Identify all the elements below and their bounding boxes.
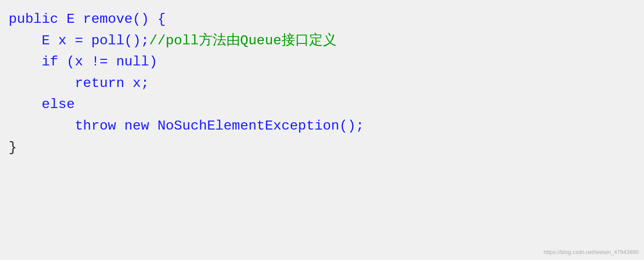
code-block: public E remove() { E x = poll();//poll方… xyxy=(0,0,644,260)
code-line-5: else xyxy=(9,94,631,115)
code-text: else xyxy=(9,96,75,112)
code-text: return x; xyxy=(9,75,149,91)
code-line-1: public E remove() { xyxy=(9,9,631,30)
code-text: if (x != null) xyxy=(9,54,158,70)
code-line-4: return x; xyxy=(9,73,631,94)
code-line-7: } xyxy=(9,137,631,158)
code-text: } xyxy=(9,139,17,155)
code-line-3: if (x != null) xyxy=(9,51,631,73)
code-text: public E remove() { xyxy=(9,11,166,27)
code-text: throw new NoSuchElementException(); xyxy=(9,118,364,134)
code-line-2: E x = poll();//poll方法由Queue接口定义 xyxy=(9,30,631,52)
code-line-6: throw new NoSuchElementException(); xyxy=(9,115,631,137)
code-comment: //poll方法由Queue接口定义 xyxy=(149,33,336,49)
code-text: E x = poll(); xyxy=(9,33,149,49)
watermark: https://blog.csdn.net/weixin_47943890 xyxy=(544,248,639,257)
